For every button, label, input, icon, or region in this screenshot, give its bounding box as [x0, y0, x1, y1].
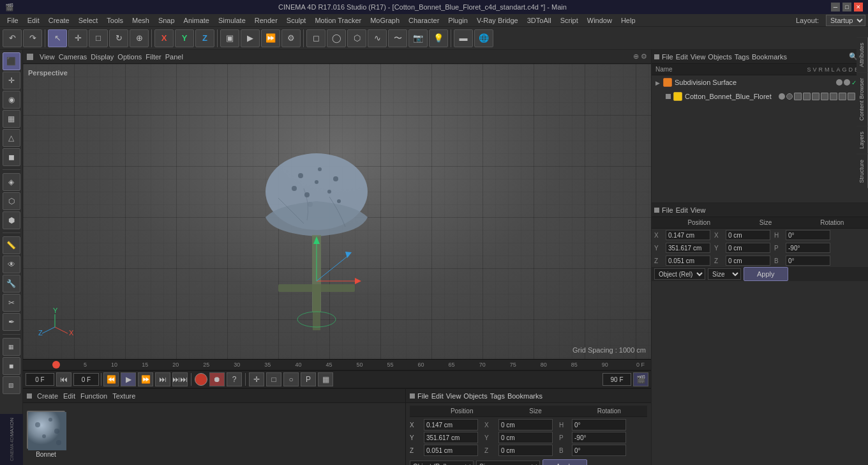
camera-btn[interactable]: 📷 [408, 29, 428, 47]
sky-btn[interactable]: 🌐 [474, 29, 493, 47]
viewport[interactable]: Perspective [23, 64, 651, 359]
tag3[interactable] [812, 93, 819, 100]
tool-edge[interactable]: ▦ [3, 110, 20, 128]
mat-menu-function[interactable]: Function [80, 392, 107, 400]
tool-paint[interactable]: ◈ [3, 173, 20, 191]
render-settings[interactable]: ⚙ [281, 29, 301, 47]
coord-x-rot[interactable] [786, 230, 830, 240]
menu-vray[interactable]: V-Ray Bridge [472, 14, 523, 27]
tool-brush[interactable]: ✒ [3, 313, 20, 331]
flag-v2[interactable] [786, 93, 793, 100]
frame-current-input[interactable] [26, 373, 54, 386]
tool-more3[interactable]: ▧ [3, 376, 20, 394]
minimize-button[interactable]: ─ [831, 3, 840, 11]
tag2[interactable] [803, 93, 811, 100]
transform-tool[interactable]: ⊕ [130, 29, 149, 47]
tool-poly[interactable]: △ [3, 129, 20, 147]
frame-end-input[interactable] [602, 373, 631, 386]
tab-layers[interactable]: Layers [857, 126, 868, 154]
menu-character[interactable]: Character [404, 14, 444, 27]
coord-menu-view[interactable]: View [691, 206, 706, 214]
tool-knife[interactable]: ✂ [3, 294, 20, 312]
light-btn[interactable]: 💡 [429, 29, 448, 47]
redo-button[interactable]: ↷ [23, 29, 42, 47]
render-region[interactable]: ▣ [220, 29, 239, 47]
record-pos-btn[interactable]: ⏺ [209, 372, 225, 386]
menu-help[interactable]: Help [617, 14, 640, 27]
prop-z-pos[interactable] [424, 445, 478, 456]
size-mode-dropdown[interactable]: Size Scale [476, 461, 540, 465]
tag4[interactable] [821, 93, 828, 100]
mat-drag-handle[interactable] [27, 393, 32, 399]
tool-sculpt2[interactable]: ⬡ [3, 192, 20, 210]
prop-z-rot[interactable] [572, 445, 626, 456]
layout-dropdown[interactable]: Startup [826, 15, 865, 26]
menu-sculpt[interactable]: Sculpt [282, 14, 311, 27]
mat-menu-edit[interactable]: Edit [63, 392, 75, 400]
viewport-menu-options[interactable]: Options [117, 53, 142, 61]
tool-more2[interactable]: ◼ [3, 357, 20, 375]
coord-y-rot[interactable] [786, 243, 830, 253]
coord-size-select[interactable]: Size Scale [708, 268, 741, 280]
tab-attributes[interactable]: Attributes [857, 37, 868, 72]
render-to-picture[interactable]: ⏩ [261, 29, 280, 47]
flag-v[interactable] [844, 79, 850, 86]
tag6[interactable] [839, 93, 846, 100]
menu-file[interactable]: File [3, 14, 23, 27]
coord-y-pos[interactable] [666, 243, 710, 253]
tool-texture[interactable]: ◉ [3, 91, 20, 109]
prop-z-size[interactable] [498, 445, 553, 456]
coord-z-size[interactable] [726, 255, 770, 266]
props-drag-handle[interactable] [410, 393, 415, 399]
material-item[interactable]: Bonnet [27, 411, 65, 458]
viewport-menu-display[interactable]: Display [91, 53, 114, 61]
timeline-playhead[interactable] [52, 361, 60, 369]
flag-s[interactable] [836, 79, 842, 86]
viewport-drag-handle[interactable] [27, 54, 33, 60]
menu-create[interactable]: Create [44, 14, 74, 27]
props-menu-file[interactable]: File [417, 392, 429, 400]
menu-mesh[interactable]: Mesh [128, 14, 154, 27]
obj-menu-objects[interactable]: Objects [708, 53, 731, 61]
props-menu-objects[interactable]: Objects [463, 392, 487, 400]
menu-snap[interactable]: Snap [154, 14, 179, 27]
props-menu-view[interactable]: View [446, 392, 461, 400]
prop-y-size[interactable] [498, 432, 553, 443]
mat-menu-create[interactable]: Create [37, 392, 58, 400]
key-mode[interactable]: □ [266, 372, 281, 386]
axis-x[interactable]: X [154, 29, 174, 47]
prev-keyframe[interactable]: ⏮ [56, 372, 71, 386]
menu-plugin[interactable]: Plugin [444, 14, 472, 27]
coord-y-size[interactable] [726, 243, 770, 253]
viewport-settings-icon[interactable]: ⚙ [641, 52, 647, 61]
viewport-menu-cameras[interactable]: Cameras [59, 53, 87, 61]
frame-start-input[interactable] [73, 373, 99, 386]
props-menu-edit[interactable]: Edit [431, 392, 444, 400]
viewport-menu-view[interactable]: View [40, 53, 55, 61]
rotate-tool[interactable]: ↻ [109, 29, 128, 47]
tag1[interactable] [794, 93, 802, 100]
obj-menu-file[interactable]: File [662, 53, 673, 61]
nurbs-btn[interactable]: ∿ [368, 29, 387, 47]
viewport-menu-panel[interactable]: Panel [165, 53, 183, 61]
prop-x-rot[interactable] [572, 419, 626, 431]
fcurve-mode[interactable]: ○ [283, 372, 299, 386]
scale-tool[interactable]: □ [89, 29, 108, 47]
coord-x-pos[interactable] [666, 230, 710, 240]
apply-button[interactable]: Apply [542, 459, 587, 465]
close-button[interactable]: ✕ [854, 3, 863, 11]
coord-mode-dropdown[interactable]: Object (Rel) World [410, 461, 474, 465]
maximize-button[interactable]: □ [842, 3, 851, 11]
expand-icon[interactable]: ▶ [655, 80, 661, 85]
obj-menu-edit[interactable]: Edit [676, 53, 688, 61]
prop-x-pos[interactable] [424, 419, 478, 431]
coord-menu-file[interactable]: File [662, 206, 673, 214]
move-tool[interactable]: ✛ [68, 29, 87, 47]
obj-drag-handle[interactable] [654, 54, 659, 59]
end-btn[interactable]: ⏭⏭ [172, 372, 188, 386]
tool-measure[interactable]: 📏 [3, 236, 20, 254]
film-icon[interactable]: 🎬 [633, 372, 648, 386]
props-menu-tags[interactable]: Tags [490, 392, 505, 400]
floor-btn[interactable]: ▬ [454, 29, 473, 47]
flag-s2[interactable] [779, 93, 785, 100]
